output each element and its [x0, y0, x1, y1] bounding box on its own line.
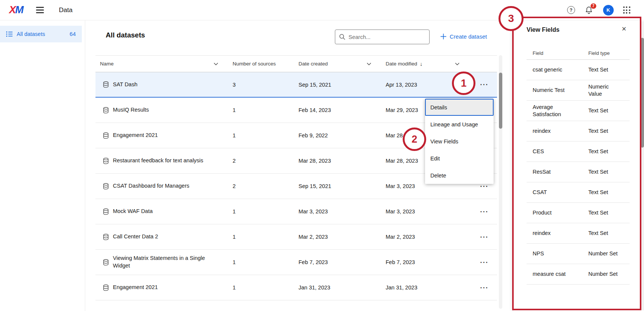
create-dataset-label: Create dataset	[450, 33, 487, 40]
dataset-name: MusIQ Results	[113, 106, 149, 114]
menu-item-details[interactable]: Details	[425, 99, 494, 116]
cell-name: CSAT Dashboard for Managers	[95, 182, 228, 190]
cell-name: Restaurant feedback for text analysis	[95, 157, 228, 165]
cell-name: Engagement 2021	[95, 284, 228, 291]
help-icon[interactable]: ?	[567, 6, 575, 14]
cell-sources: 1	[228, 259, 294, 265]
sidebar-item-label: All datasets	[17, 31, 70, 37]
column-header-date-created[interactable]: Date created	[294, 61, 381, 67]
search-box[interactable]	[335, 30, 430, 44]
dataset-icon	[103, 208, 109, 215]
close-icon[interactable]: ✕	[622, 25, 627, 33]
field-row: ProductText Set	[527, 203, 630, 223]
view-fields-panel: View Fields ✕ Field Field type csat gene…	[514, 20, 644, 311]
cell-date-modified: Feb 7, 2023	[381, 259, 477, 265]
field-row: csat genericText Set	[527, 60, 630, 80]
column-header-date-modified[interactable]: Date modified ↓	[381, 61, 477, 67]
apps-grid-icon[interactable]	[623, 6, 630, 14]
table-row[interactable]: SAT Dash 3 Sep 15, 2021 Apr 13, 2023 ⋯	[95, 72, 497, 98]
dataset-name: SAT Dash	[113, 81, 138, 89]
panel-column-field-type: Field type	[588, 50, 630, 56]
menu-item-view-fields[interactable]: View Fields	[425, 133, 494, 150]
list-icon	[6, 31, 13, 37]
dataset-name: Call Center Data 2	[113, 233, 158, 241]
dataset-name: Mock WAF Data	[113, 208, 153, 215]
search-input[interactable]	[349, 34, 425, 40]
row-menu-button[interactable]: ⋯	[477, 79, 491, 90]
cell-sources: 1	[228, 234, 294, 240]
cell-date-modified: Jan 31, 2023	[381, 285, 477, 291]
dataset-name: Viewing Matrix Statements in a Single Wi…	[113, 255, 212, 269]
chevron-down-icon[interactable]	[214, 62, 218, 65]
dataset-icon	[103, 259, 109, 266]
field-row: NPSNumber Set	[527, 244, 630, 264]
dataset-icon	[103, 132, 109, 139]
cell-sources: 3	[228, 82, 294, 88]
table-header: Name Number of sources Date created Date…	[95, 55, 497, 72]
row-menu-button[interactable]: ⋯	[477, 283, 491, 293]
cell-date-created: Feb 9, 2022	[294, 132, 381, 138]
menu-item-delete[interactable]: Delete	[425, 167, 494, 184]
cell-sources: 1	[228, 208, 294, 215]
cell-name: MusIQ Results	[95, 106, 228, 114]
table-row[interactable]: Viewing Matrix Statements in a Single Wi…	[95, 250, 497, 275]
panel-column-field: Field	[533, 50, 588, 56]
column-label: Date created	[299, 61, 328, 67]
panel-column-headers: Field Field type	[527, 47, 630, 60]
topbar-actions: ? 7 K	[567, 5, 630, 16]
cell-date-created: Mar 28, 2023	[294, 158, 381, 164]
table-row[interactable]: Mock WAF Data 1 Mar 3, 2023 Mar 3, 2023 …	[95, 199, 497, 224]
field-row: CSATText Set	[527, 182, 630, 203]
sidebar-item-all-datasets[interactable]: All datasets 64	[0, 26, 82, 42]
field-row: Average SatisfactionText Set	[527, 101, 630, 121]
field-row: ResSatText Set	[527, 162, 630, 182]
column-label: Number of sources	[233, 61, 276, 67]
cell-date-created: Mar 2, 2023	[294, 234, 381, 240]
cell-date-modified: Mar 3, 2023	[381, 183, 477, 189]
dataset-icon	[103, 158, 109, 164]
avatar[interactable]: K	[603, 5, 614, 16]
dataset-icon	[103, 107, 109, 114]
dataset-icon	[103, 234, 109, 240]
cell-date-modified: Mar 2, 2023	[381, 234, 477, 240]
chevron-down-icon[interactable]	[455, 62, 460, 65]
chevron-down-icon[interactable]	[367, 62, 371, 65]
row-menu-button[interactable]: ⋯	[477, 257, 491, 267]
section-heading: All datasets	[106, 31, 145, 39]
notifications-button[interactable]: 7	[585, 6, 594, 15]
cell-name: Viewing Matrix Statements in a Single Wi…	[95, 255, 228, 269]
cell-date-created: Sep 15, 2021	[294, 183, 381, 189]
cell-date-modified: Apr 13, 2023	[381, 82, 477, 88]
panel-scrollbar-thumb[interactable]	[641, 38, 644, 148]
column-label: Name	[100, 61, 114, 67]
dataset-name: Engagement 2021	[113, 132, 158, 139]
table-row[interactable]: Call Center Data 2 1 Mar 2, 2023 Mar 2, …	[95, 224, 497, 250]
sort-descending-icon[interactable]: ↓	[420, 61, 422, 67]
cell-sources: 1	[228, 132, 294, 138]
column-header-name[interactable]: Name	[95, 61, 228, 67]
page-title: Data	[59, 6, 73, 14]
row-menu-button[interactable]: ⋯	[477, 207, 491, 217]
sidebar: All datasets 64	[0, 20, 85, 311]
hamburger-menu-icon[interactable]	[36, 7, 44, 13]
column-header-sources[interactable]: Number of sources	[228, 61, 294, 67]
row-menu-button[interactable]: ⋯	[477, 232, 491, 242]
cell-sources: 2	[228, 158, 294, 164]
logo-x: X	[9, 4, 15, 16]
cell-name: Call Center Data 2	[95, 233, 228, 241]
main-scrollbar-thumb[interactable]	[499, 73, 502, 129]
panel-title: View Fields	[527, 26, 560, 33]
menu-item-lineage-and-usage[interactable]: Lineage and Usage	[425, 116, 494, 133]
field-row: reindexText Set	[527, 223, 630, 244]
table-row[interactable]: Engagement 2021 1 Jan 31, 2023 Jan 31, 2…	[95, 275, 497, 300]
create-dataset-button[interactable]: Create dataset	[440, 33, 487, 40]
dataset-icon	[103, 183, 109, 190]
dataset-icon	[103, 285, 109, 291]
cell-name: Mock WAF Data	[95, 208, 228, 215]
menu-item-edit[interactable]: Edit	[425, 150, 494, 167]
field-row: CESText Set	[527, 142, 630, 162]
xm-logo[interactable]: XM	[9, 4, 23, 16]
field-row: measure csatNumber Set	[527, 264, 630, 285]
cell-date-created: Feb 14, 2023	[294, 107, 381, 113]
field-row: Numeric TestNumeric Value	[527, 80, 630, 101]
